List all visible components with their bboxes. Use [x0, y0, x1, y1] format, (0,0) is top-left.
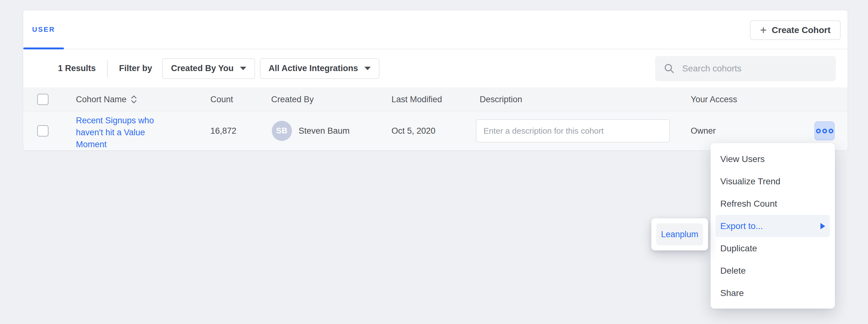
tab-bar: USER + Create Cohort [23, 10, 847, 49]
header-cohort-name[interactable]: Cohort Name [76, 94, 137, 104]
header-created-by: Created By [271, 95, 314, 104]
more-dot-icon [829, 129, 833, 133]
header-your-access: Your Access [691, 95, 737, 104]
select-all-checkbox[interactable] [37, 94, 49, 105]
menu-item-export-to-label: Export to... [720, 221, 763, 231]
chevron-down-icon [364, 67, 371, 70]
more-dot-icon [822, 129, 827, 133]
menu-item-export-to[interactable]: Export to... [716, 215, 830, 237]
menu-item-delete[interactable]: Delete [716, 259, 830, 282]
submenu-item-leanplum[interactable]: Leanplum [656, 223, 703, 245]
more-dot-icon [816, 129, 821, 133]
filter-bar: 1 Results Filter by Created By You All A… [23, 49, 847, 87]
create-cohort-label: Create Cohort [772, 25, 831, 35]
menu-item-view-users[interactable]: View Users [716, 148, 830, 170]
header-description: Description [480, 95, 522, 104]
plus-icon: + [760, 25, 767, 36]
results-count: 1 Results [58, 64, 96, 73]
last-modified-cell: Oct 5, 2020 [392, 126, 436, 136]
integrations-dropdown-label: All Active Integrations [269, 64, 358, 73]
row-checkbox[interactable] [37, 125, 49, 137]
integrations-dropdown[interactable]: All Active Integrations [260, 58, 379, 79]
sort-icon[interactable] [130, 94, 137, 104]
filter-by-label: Filter by [119, 64, 152, 73]
cohort-name-link[interactable]: Recent Signups who haven't hit a Value M… [76, 114, 158, 150]
cohorts-panel: USER + Create Cohort 1 Results Filter by… [23, 10, 848, 150]
created-by-dropdown-label: Created By You [171, 64, 234, 73]
export-submenu: Leanplum [651, 218, 708, 250]
submenu-arrow-icon [820, 223, 825, 229]
count-cell: 16,872 [210, 126, 237, 136]
more-actions-button[interactable] [814, 121, 835, 140]
search-box[interactable] [655, 56, 836, 81]
menu-item-refresh-count[interactable]: Refresh Count [716, 192, 830, 215]
tab-user[interactable]: USER [23, 10, 64, 49]
created-by-dropdown[interactable]: Created By You [162, 58, 255, 79]
header-count: Count [210, 95, 233, 104]
search-icon [663, 63, 675, 75]
chevron-down-icon [240, 67, 246, 70]
header-last-modified: Last Modified [392, 95, 442, 104]
context-menu: View Users Visualize Trend Refresh Count… [711, 143, 835, 309]
menu-item-visualize-trend[interactable]: Visualize Trend [716, 170, 830, 192]
menu-item-share[interactable]: Share [716, 282, 830, 304]
menu-item-duplicate[interactable]: Duplicate [716, 237, 830, 259]
access-cell: Owner [691, 126, 716, 136]
description-input[interactable] [476, 119, 670, 143]
search-input[interactable] [682, 64, 828, 74]
tab-user-label: USER [32, 26, 55, 34]
avatar: SB [272, 121, 292, 141]
creator-name: Steven Baum [299, 126, 350, 136]
divider [107, 60, 108, 77]
create-cohort-button[interactable]: + Create Cohort [750, 21, 841, 40]
table-header-row: Cohort Name Count Created By Last Modifi… [23, 87, 847, 112]
header-cohort-name-label: Cohort Name [76, 95, 127, 104]
